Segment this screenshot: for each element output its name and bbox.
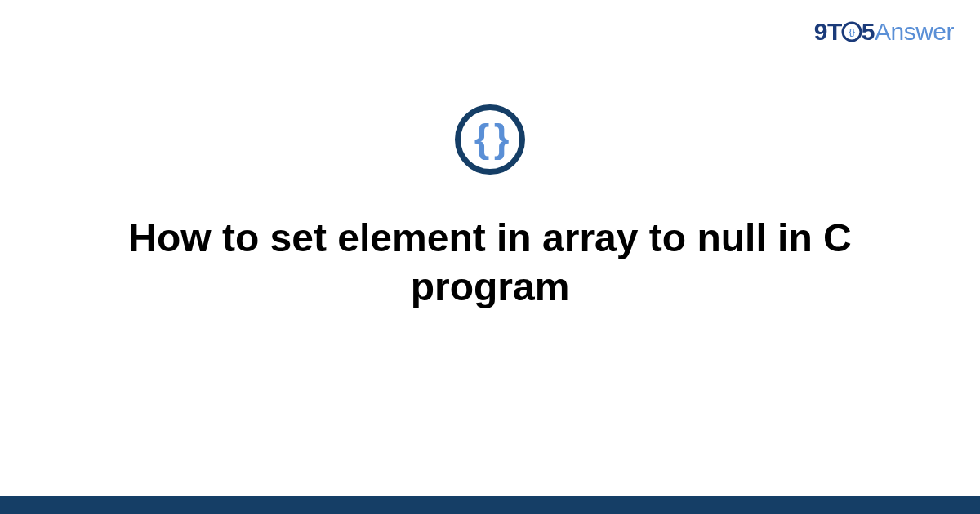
site-logo: 9T {} 5 Answer [814, 18, 954, 46]
main-content: { } How to set element in array to null … [0, 104, 980, 312]
logo-o-icon: {} [841, 21, 862, 42]
topic-icon-circle: { } [455, 104, 525, 175]
braces-icon: { } [474, 116, 506, 161]
footer-bar [0, 496, 980, 514]
svg-text:{}: {} [849, 28, 854, 37]
logo-text-answer: Answer [875, 18, 954, 46]
page-title: How to set element in array to null in C… [82, 214, 898, 312]
logo-text-9t: 9T [814, 18, 842, 46]
logo-text-5: 5 [862, 18, 875, 46]
